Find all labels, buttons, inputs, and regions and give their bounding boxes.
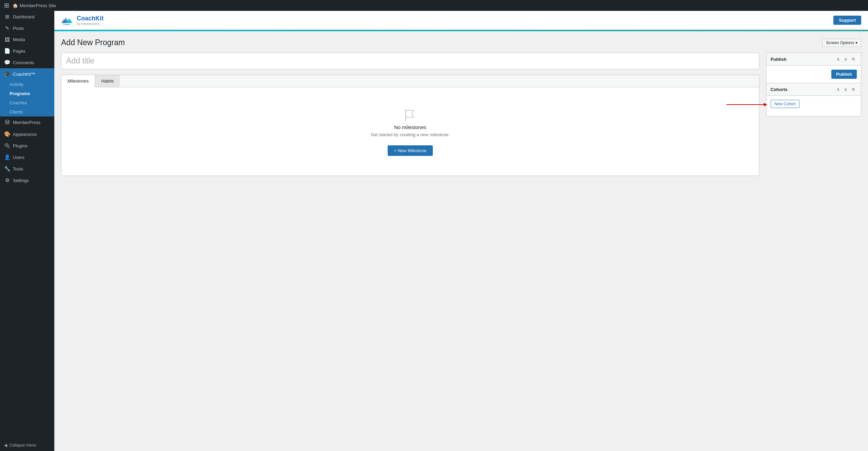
appearance-icon: 🎨 — [4, 131, 10, 137]
tab-milestones[interactable]: Milestones — [61, 75, 95, 87]
cohorts-panel: Cohorts ∧ ∨ ✕ — [766, 83, 861, 116]
page-header: Add New Program Screen Options ▾ — [61, 38, 861, 47]
support-button[interactable]: Support — [833, 16, 861, 25]
coachkit-logo-svg: CoachKit — [61, 14, 75, 26]
admin-bar: ⊞ 🏠 MemberPress Site — [0, 0, 868, 11]
tab-content-milestones: No milestones Get started by creating a … — [61, 87, 759, 176]
screen-options-button[interactable]: Screen Options ▾ — [822, 39, 861, 47]
collapse-arrow-icon: ◀ — [4, 443, 7, 448]
cohorts-panel-close-button[interactable]: ✕ — [850, 86, 857, 93]
sidebar-item-pages[interactable]: 📄 Pages — [0, 45, 54, 57]
new-milestone-button[interactable]: + New Milestone — [388, 145, 432, 156]
site-name: MemberPress Site — [20, 3, 56, 8]
admin-bar-site: 🏠 MemberPress Site — [13, 3, 56, 8]
sidebar-label-pages: Pages — [13, 49, 25, 54]
cohorts-panel-title: Cohorts — [771, 87, 788, 92]
editor-sidebar: Publish ∧ ∨ ✕ Publish — [766, 53, 861, 116]
sidebar-label-appearance: Appearance — [13, 132, 37, 137]
publish-button[interactable]: Publish — [831, 70, 857, 79]
logo-text: CoachKit by memberpress — [77, 15, 104, 25]
wp-icon: ⊞ — [4, 2, 9, 9]
sidebar-item-coachkit[interactable]: 🎓 CoachKit™ — [0, 68, 54, 80]
dashboard-icon: ⊞ — [4, 14, 10, 20]
publish-panel-close-button[interactable]: ✕ — [850, 56, 857, 62]
coachkit-icon: 🎓 — [4, 71, 10, 77]
sidebar-label-dashboard: Dashboard — [13, 14, 35, 19]
cohorts-panel-controls: ∧ ∨ ✕ — [835, 86, 857, 93]
sidebar-label-clients: Clients — [10, 109, 23, 114]
sidebar-label-media: Media — [13, 37, 25, 42]
sidebar-label-comments: Comments — [13, 60, 34, 65]
cohorts-panel-down-button[interactable]: ∨ — [843, 86, 849, 93]
page-content: Add New Program Screen Options ▾ — [54, 31, 868, 451]
tab-habits[interactable]: Habits — [95, 75, 120, 87]
flag-icon — [402, 107, 419, 124]
sidebar-item-plugins[interactable]: 🔌 Plugins — [0, 140, 54, 151]
sidebar-item-appearance[interactable]: 🎨 Appearance — [0, 128, 54, 140]
tools-icon: 🔧 — [4, 166, 10, 172]
editor-layout: Milestones Habits — [61, 53, 861, 176]
tab-milestones-label: Milestones — [68, 78, 89, 84]
sidebar-item-programs[interactable]: Programs — [0, 89, 54, 98]
plugins-icon: 🔌 — [4, 143, 10, 149]
sidebar-label-settings: Settings — [13, 178, 29, 183]
media-icon: 🖼 — [4, 37, 10, 42]
sidebar-label-programs: Programs — [10, 91, 30, 96]
annotation-arrow — [726, 101, 767, 109]
sidebar-item-media[interactable]: 🖼 Media — [0, 34, 54, 45]
comments-icon: 💬 — [4, 59, 10, 66]
sidebar-label-plugins: Plugins — [13, 143, 27, 148]
sidebar-label-tools: Tools — [13, 166, 23, 172]
tabs-header: Milestones Habits — [61, 75, 759, 87]
sidebar-item-clients[interactable]: Clients — [0, 107, 54, 116]
svg-text:CoachKit: CoachKit — [63, 24, 70, 25]
sidebar-label-memberpress: MemberPress — [13, 120, 40, 125]
title-input[interactable] — [61, 53, 759, 69]
sidebar-label-users: Users — [13, 155, 24, 160]
cohorts-panel-body: New Cohort — [767, 96, 861, 116]
publish-panel-body: Publish — [767, 66, 861, 83]
publish-panel-up-button[interactable]: ∧ — [835, 56, 841, 62]
collapse-menu-label: Collapse menu — [9, 443, 36, 448]
publish-panel: Publish ∧ ∨ ✕ Publish — [766, 53, 861, 83]
settings-icon: ⚙ — [4, 177, 10, 183]
sidebar-item-users[interactable]: 👤 Users — [0, 151, 54, 163]
screen-options-label: Screen Options — [826, 40, 854, 45]
new-cohort-button[interactable]: New Cohort — [771, 100, 799, 108]
coachkit-logo: CoachKit CoachKit by memberpress — [61, 14, 104, 26]
cohorts-panel-header: Cohorts ∧ ∨ ✕ — [767, 83, 861, 96]
sidebar-item-comments[interactable]: 💬 Comments — [0, 57, 54, 68]
editor-main: Milestones Habits — [61, 53, 759, 176]
svg-marker-5 — [764, 103, 767, 106]
sidebar-item-dashboard[interactable]: ⊞ Dashboard — [0, 11, 54, 22]
sidebar-label-coachkit: CoachKit™ — [13, 72, 35, 77]
sidebar-item-tools[interactable]: 🔧 Tools — [0, 163, 54, 175]
publish-panel-controls: ∧ ∨ ✕ — [835, 56, 857, 62]
collapse-menu[interactable]: ◀ Collapse menu — [0, 439, 54, 451]
main-layout: ⊞ Dashboard ✎ Posts 🖼 Media 📄 Pages 💬 Co… — [0, 11, 868, 451]
empty-title: No milestones — [394, 124, 426, 130]
sidebar-item-posts[interactable]: ✎ Posts — [0, 22, 54, 34]
content-area: CoachKit CoachKit by memberpress Support… — [54, 11, 868, 451]
cohorts-panel-up-button[interactable]: ∧ — [835, 86, 841, 93]
house-icon: 🏠 — [13, 3, 18, 8]
memberpress-icon: Ⓜ — [4, 119, 10, 126]
sidebar-item-coaches[interactable]: Coaches — [0, 98, 54, 107]
pages-icon: 📄 — [4, 48, 10, 54]
tabs-container: Milestones Habits — [61, 75, 759, 176]
sidebar: ⊞ Dashboard ✎ Posts 🖼 Media 📄 Pages 💬 Co… — [0, 11, 54, 451]
posts-icon: ✎ — [4, 25, 10, 31]
publish-panel-down-button[interactable]: ∨ — [843, 56, 849, 62]
publish-panel-header: Publish ∧ ∨ ✕ — [767, 53, 861, 66]
sidebar-label-posts: Posts — [13, 26, 24, 31]
sidebar-item-settings[interactable]: ⚙ Settings — [0, 175, 54, 186]
sidebar-item-memberpress[interactable]: Ⓜ MemberPress — [0, 116, 54, 128]
sidebar-item-activity[interactable]: Activity — [0, 80, 54, 89]
publish-panel-title: Publish — [771, 57, 787, 62]
page-title: Add New Program — [61, 38, 125, 47]
users-icon: 👤 — [4, 154, 10, 160]
screen-options-chevron-icon: ▾ — [855, 40, 857, 45]
empty-description: Get started by creating a new milestone. — [371, 132, 450, 137]
sidebar-label-coaches: Coaches — [10, 100, 27, 105]
sidebar-label-activity: Activity — [10, 82, 23, 87]
